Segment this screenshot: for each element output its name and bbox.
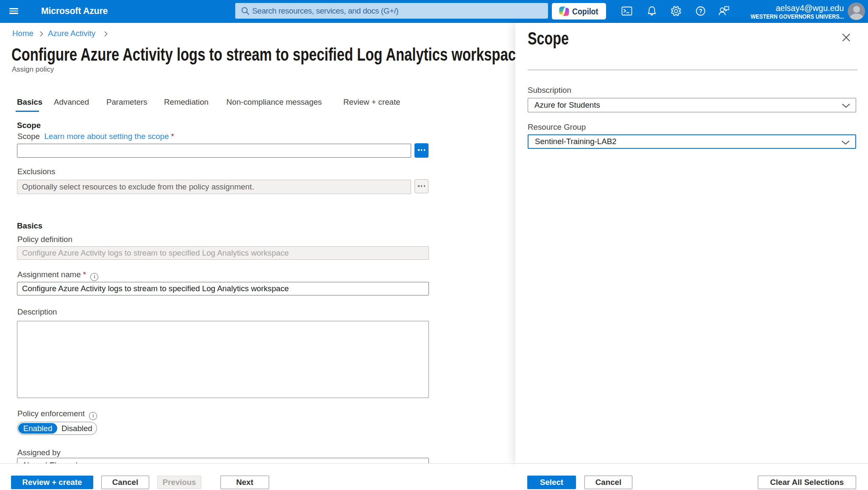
svg-text:?: ? [699, 8, 703, 14]
